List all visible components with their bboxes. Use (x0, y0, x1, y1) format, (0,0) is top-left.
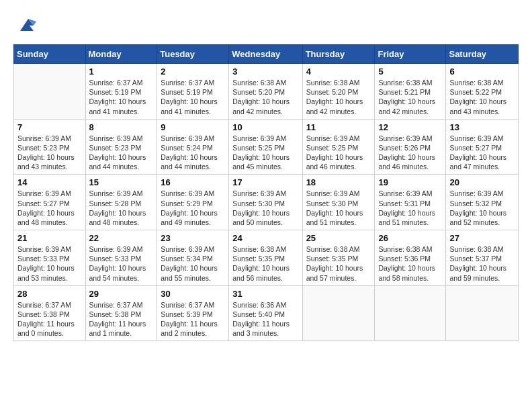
calendar-cell (302, 285, 375, 341)
day-number: 17 (232, 177, 298, 187)
calendar-cell: 29Sunrise: 6:37 AMSunset: 5:38 PMDayligh… (85, 285, 157, 341)
day-info: Sunrise: 6:38 AMSunset: 5:22 PMDaylight:… (449, 78, 515, 116)
calendar-header: SundayMondayTuesdayWednesdayThursdayFrid… (14, 45, 519, 64)
day-number: 8 (89, 122, 154, 132)
calendar-cell: 13Sunrise: 6:39 AMSunset: 5:27 PMDayligh… (446, 119, 519, 175)
header-day-sunday: Sunday (14, 45, 86, 64)
calendar-cell (446, 285, 519, 341)
day-number: 19 (378, 177, 442, 187)
calendar-cell: 1Sunrise: 6:37 AMSunset: 5:19 PMDaylight… (85, 64, 157, 120)
day-info: Sunrise: 6:38 AMSunset: 5:37 PMDaylight:… (449, 244, 515, 283)
day-number: 13 (449, 122, 515, 132)
day-number: 15 (89, 177, 154, 187)
calendar-cell: 30Sunrise: 6:37 AMSunset: 5:39 PMDayligh… (157, 285, 229, 341)
calendar-cell: 12Sunrise: 6:39 AMSunset: 5:26 PMDayligh… (375, 119, 446, 175)
calendar-cell: 5Sunrise: 6:38 AMSunset: 5:21 PMDaylight… (375, 64, 446, 120)
day-info: Sunrise: 6:39 AMSunset: 5:27 PMDaylight:… (449, 134, 515, 172)
day-number: 27 (449, 233, 515, 243)
day-number: 20 (449, 177, 515, 187)
day-info: Sunrise: 6:39 AMSunset: 5:23 PMDaylight:… (17, 134, 82, 172)
calendar-cell: 28Sunrise: 6:37 AMSunset: 5:38 PMDayligh… (14, 285, 86, 341)
day-info: Sunrise: 6:39 AMSunset: 5:24 PMDaylight:… (161, 134, 225, 172)
day-number: 28 (17, 289, 82, 299)
week-row-2: 14Sunrise: 6:39 AMSunset: 5:27 PMDayligh… (14, 175, 519, 230)
logo-icon (13, 12, 39, 38)
header-day-saturday: Saturday (446, 45, 519, 64)
calendar-cell: 7Sunrise: 6:39 AMSunset: 5:23 PMDaylight… (14, 119, 86, 175)
calendar-cell: 10Sunrise: 6:39 AMSunset: 5:25 PMDayligh… (229, 119, 302, 175)
day-info: Sunrise: 6:39 AMSunset: 5:33 PMDaylight:… (17, 244, 82, 283)
calendar-cell: 25Sunrise: 6:38 AMSunset: 5:35 PMDayligh… (302, 230, 375, 286)
header-row: SundayMondayTuesdayWednesdayThursdayFrid… (14, 45, 519, 64)
day-info: Sunrise: 6:39 AMSunset: 5:32 PMDaylight:… (449, 189, 515, 227)
day-info: Sunrise: 6:37 AMSunset: 5:39 PMDaylight:… (161, 300, 225, 338)
calendar-table: SundayMondayTuesdayWednesdayThursdayFrid… (13, 44, 519, 341)
week-row-3: 21Sunrise: 6:39 AMSunset: 5:33 PMDayligh… (14, 230, 519, 286)
day-number: 16 (161, 177, 225, 187)
day-info: Sunrise: 6:38 AMSunset: 5:20 PMDaylight:… (306, 78, 371, 116)
day-number: 30 (161, 289, 225, 299)
day-number: 24 (232, 233, 298, 243)
logo (13, 12, 42, 38)
day-info: Sunrise: 6:38 AMSunset: 5:36 PMDaylight:… (378, 244, 442, 283)
day-number: 31 (232, 289, 298, 299)
day-number: 2 (161, 66, 225, 77)
header (13, 12, 519, 38)
calendar-cell: 6Sunrise: 6:38 AMSunset: 5:22 PMDaylight… (446, 64, 519, 120)
day-info: Sunrise: 6:37 AMSunset: 5:19 PMDaylight:… (89, 78, 154, 116)
day-info: Sunrise: 6:39 AMSunset: 5:23 PMDaylight:… (89, 134, 154, 172)
day-number: 1 (89, 66, 154, 77)
calendar-cell: 17Sunrise: 6:39 AMSunset: 5:30 PMDayligh… (229, 175, 302, 230)
day-number: 18 (306, 177, 371, 187)
header-day-thursday: Thursday (302, 45, 375, 64)
calendar-cell: 8Sunrise: 6:39 AMSunset: 5:23 PMDaylight… (85, 119, 157, 175)
day-number: 6 (449, 66, 515, 77)
day-info: Sunrise: 6:36 AMSunset: 5:40 PMDaylight:… (232, 300, 298, 338)
calendar-body: 1Sunrise: 6:37 AMSunset: 5:19 PMDaylight… (14, 64, 519, 341)
day-number: 11 (306, 122, 371, 132)
header-day-monday: Monday (85, 45, 157, 64)
day-info: Sunrise: 6:39 AMSunset: 5:34 PMDaylight:… (161, 244, 225, 283)
day-info: Sunrise: 6:38 AMSunset: 5:35 PMDaylight:… (306, 244, 371, 283)
calendar-cell (14, 64, 86, 120)
day-info: Sunrise: 6:39 AMSunset: 5:27 PMDaylight:… (17, 189, 82, 227)
calendar-cell: 20Sunrise: 6:39 AMSunset: 5:32 PMDayligh… (446, 175, 519, 230)
day-info: Sunrise: 6:39 AMSunset: 5:30 PMDaylight:… (306, 189, 371, 227)
day-number: 26 (378, 233, 442, 243)
calendar-cell: 27Sunrise: 6:38 AMSunset: 5:37 PMDayligh… (446, 230, 519, 286)
day-number: 5 (378, 66, 442, 77)
calendar-cell: 16Sunrise: 6:39 AMSunset: 5:29 PMDayligh… (157, 175, 229, 230)
header-day-wednesday: Wednesday (229, 45, 302, 64)
calendar-cell: 22Sunrise: 6:39 AMSunset: 5:33 PMDayligh… (85, 230, 157, 286)
calendar-cell: 21Sunrise: 6:39 AMSunset: 5:33 PMDayligh… (14, 230, 86, 286)
day-number: 3 (232, 66, 298, 77)
day-info: Sunrise: 6:39 AMSunset: 5:33 PMDaylight:… (89, 244, 154, 283)
calendar-cell: 3Sunrise: 6:38 AMSunset: 5:20 PMDaylight… (229, 64, 302, 120)
week-row-1: 7Sunrise: 6:39 AMSunset: 5:23 PMDaylight… (14, 119, 519, 175)
day-number: 10 (232, 122, 298, 132)
day-info: Sunrise: 6:38 AMSunset: 5:20 PMDaylight:… (232, 78, 298, 116)
calendar-cell: 2Sunrise: 6:37 AMSunset: 5:19 PMDaylight… (157, 64, 229, 120)
calendar-cell: 11Sunrise: 6:39 AMSunset: 5:25 PMDayligh… (302, 119, 375, 175)
day-info: Sunrise: 6:38 AMSunset: 5:21 PMDaylight:… (378, 78, 442, 116)
calendar-cell (375, 285, 446, 341)
calendar-cell: 31Sunrise: 6:36 AMSunset: 5:40 PMDayligh… (229, 285, 302, 341)
day-info: Sunrise: 6:37 AMSunset: 5:19 PMDaylight:… (161, 78, 225, 116)
day-number: 22 (89, 233, 154, 243)
day-info: Sunrise: 6:39 AMSunset: 5:25 PMDaylight:… (306, 134, 371, 172)
week-row-4: 28Sunrise: 6:37 AMSunset: 5:38 PMDayligh… (14, 285, 519, 341)
header-day-tuesday: Tuesday (157, 45, 229, 64)
calendar-cell: 19Sunrise: 6:39 AMSunset: 5:31 PMDayligh… (375, 175, 446, 230)
day-info: Sunrise: 6:39 AMSunset: 5:25 PMDaylight:… (232, 134, 298, 172)
week-row-0: 1Sunrise: 6:37 AMSunset: 5:19 PMDaylight… (14, 64, 519, 120)
page: SundayMondayTuesdayWednesdayThursdayFrid… (0, 0, 532, 348)
calendar-cell: 18Sunrise: 6:39 AMSunset: 5:30 PMDayligh… (302, 175, 375, 230)
day-info: Sunrise: 6:39 AMSunset: 5:29 PMDaylight:… (161, 189, 225, 227)
day-info: Sunrise: 6:38 AMSunset: 5:35 PMDaylight:… (232, 244, 298, 283)
day-number: 23 (161, 233, 225, 243)
calendar-cell: 26Sunrise: 6:38 AMSunset: 5:36 PMDayligh… (375, 230, 446, 286)
calendar-cell: 15Sunrise: 6:39 AMSunset: 5:28 PMDayligh… (85, 175, 157, 230)
calendar-cell: 4Sunrise: 6:38 AMSunset: 5:20 PMDaylight… (302, 64, 375, 120)
day-number: 25 (306, 233, 371, 243)
day-number: 14 (17, 177, 82, 187)
